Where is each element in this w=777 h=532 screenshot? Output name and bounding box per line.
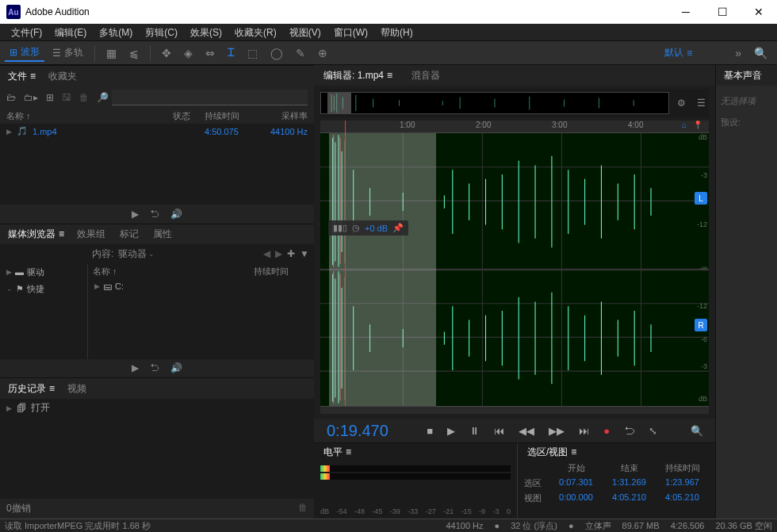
hud-pin-icon[interactable]: 📌 <box>392 223 404 233</box>
zoom-tool-icon[interactable]: 🔍 <box>685 425 709 437</box>
lasso-tool-icon[interactable]: ◯ <box>266 45 288 61</box>
trash-icon[interactable]: 🗑 <box>79 92 89 103</box>
healing-tool-icon[interactable]: ⊕ <box>313 45 332 61</box>
playhead[interactable] <box>345 121 346 414</box>
menu-multitrack[interactable]: 多轨(M) <box>93 24 139 41</box>
overview-selection[interactable] <box>327 93 351 113</box>
loop-icon[interactable]: ⮌ <box>150 209 159 220</box>
zoom-options-icon[interactable]: ⚙ <box>674 98 689 109</box>
forward-button[interactable]: ▶▶ <box>543 425 570 437</box>
waveform-editor[interactable]: 1:00 2:00 3:00 4:00 ⌂ 📍 <box>320 121 709 414</box>
search-icon[interactable]: 🔍 <box>749 45 772 61</box>
history-item[interactable]: ▶🗐打开 <box>0 399 314 417</box>
marquee-tool-icon[interactable]: ⬚ <box>243 45 262 61</box>
nav-fwd-icon[interactable]: ▶ <box>275 248 282 259</box>
tree-drives[interactable]: ▶ ▬ 驱动 <box>0 264 87 281</box>
volume-hud[interactable]: ▮▮▯ ◷ +0 dB 📌 <box>328 220 408 235</box>
play-button[interactable]: ▶ <box>442 425 461 437</box>
spectral-pitch-icon[interactable]: ⫹ <box>124 45 144 61</box>
loop-icon[interactable]: ⮌ <box>150 362 159 373</box>
time-select-tool-icon[interactable]: Ꮖ <box>223 44 239 61</box>
minimize-button[interactable]: ─ <box>668 0 704 24</box>
spectral-freq-icon[interactable]: ▦ <box>101 45 121 61</box>
sel-duration[interactable]: 1:23.967 <box>656 477 709 489</box>
waveform-view-button[interactable]: ⊞波形 <box>5 44 44 62</box>
autoplay-icon[interactable]: 🔊 <box>170 209 182 220</box>
time-ruler[interactable]: 1:00 2:00 3:00 4:00 ⌂ 📍 <box>320 121 709 133</box>
slip-tool-icon[interactable]: ⇔ <box>201 45 220 61</box>
new-shortcut-icon[interactable]: ✚ <box>287 248 295 259</box>
channel-right-badge[interactable]: R <box>695 319 707 331</box>
view-start[interactable]: 0:00.000 <box>549 492 603 504</box>
menu-edit[interactable]: 编辑(E) <box>48 24 93 41</box>
view-duration[interactable]: 4:05.210 <box>656 492 709 504</box>
expand-icon[interactable]: ▶ <box>6 128 12 136</box>
move-tool-icon[interactable]: ✥ <box>157 45 176 61</box>
razor-tool-icon[interactable]: ◈ <box>179 45 197 61</box>
autoplay-icon[interactable]: 🔊 <box>170 362 182 373</box>
search-files-input[interactable] <box>112 90 308 105</box>
skip-selection-button[interactable]: ⤡ <box>643 425 663 437</box>
close-file-icon[interactable]: 🖫 <box>62 92 71 103</box>
sel-start[interactable]: 0:07.301 <box>549 477 603 489</box>
channel-left-badge[interactable]: L <box>695 192 707 205</box>
pin-icon[interactable]: ⌂ <box>682 121 687 129</box>
trash-history-icon[interactable]: 🗑 <box>298 502 308 515</box>
overview-waveform[interactable] <box>320 92 669 114</box>
tab-favorites[interactable]: 收藏夹 <box>45 70 80 83</box>
play-icon[interactable]: ▶ <box>132 362 139 373</box>
nav-back-icon[interactable]: ◀ <box>263 248 270 259</box>
tab-history[interactable]: 历史记录 ≡ <box>5 382 56 396</box>
content-select[interactable]: 驱动器 ⌄ <box>118 247 155 261</box>
menu-window[interactable]: 窗口(W) <box>327 24 374 41</box>
brush-tool-icon[interactable]: ✎ <box>291 45 310 61</box>
tab-levels[interactable]: 电平 ≡ <box>320 446 353 459</box>
overview-menu-icon[interactable]: ☰ <box>694 98 709 109</box>
menu-help[interactable]: 帮助(H) <box>374 24 419 41</box>
tab-files[interactable]: 文件 ≡ <box>5 70 37 83</box>
rewind-button[interactable]: ◀◀ <box>513 425 540 437</box>
new-file-icon[interactable]: ⊞ <box>46 92 54 103</box>
view-end[interactable]: 4:05.210 <box>603 492 656 504</box>
record-button[interactable]: ● <box>598 425 615 437</box>
close-button[interactable]: ✕ <box>741 0 777 24</box>
col-duration[interactable]: 持续时间 <box>205 110 260 122</box>
menu-favorites[interactable]: 收藏夹(R) <box>228 24 283 41</box>
tab-effects-rack[interactable]: 效果组 <box>74 228 109 241</box>
tab-video[interactable]: 视频 <box>64 382 90 396</box>
menu-view[interactable]: 视图(V) <box>283 24 327 41</box>
sel-end[interactable]: 1:31.269 <box>603 477 656 489</box>
pause-button[interactable]: ⏸ <box>464 425 485 437</box>
menu-file[interactable]: 文件(F) <box>5 24 48 41</box>
tab-properties[interactable]: 属性 <box>150 228 175 241</box>
tab-markers[interactable]: 标记 <box>117 228 142 241</box>
go-start-button[interactable]: ⏮ <box>488 425 510 437</box>
menu-clip[interactable]: 剪辑(C) <box>139 24 184 41</box>
menu-effects[interactable]: 效果(S) <box>184 24 228 41</box>
filter-icon[interactable]: ▼ <box>300 248 309 259</box>
col-name[interactable]: 名称 ↑ <box>6 110 173 122</box>
workspace-selector[interactable]: 默认 ≡ <box>660 44 695 61</box>
open-file-icon[interactable]: 🗁 <box>6 92 16 103</box>
loop-playback-button[interactable]: ⮌ <box>618 425 640 437</box>
tab-media-browser[interactable]: 媒体浏览器 ≡ <box>5 228 66 241</box>
tree-shortcuts[interactable]: ⌄ ⚑ 快捷 <box>0 281 87 297</box>
maximize-button[interactable]: ☐ <box>704 0 741 24</box>
col-samplerate[interactable]: 采样率 <box>260 110 308 122</box>
multitrack-view-button[interactable]: ☰多轨 <box>48 44 88 61</box>
import-icon[interactable]: 🗀▸ <box>24 92 38 103</box>
go-end-button[interactable]: ⏭ <box>573 425 595 437</box>
play-icon[interactable]: ▶ <box>132 209 139 220</box>
stop-button[interactable]: ■ <box>421 425 438 437</box>
tab-selection-view[interactable]: 选区/视图 ≡ <box>524 446 578 459</box>
workspace-more-icon[interactable]: » <box>730 45 746 61</box>
col-state[interactable]: 状态 <box>173 110 205 122</box>
mb-col-name[interactable]: 名称 ↑ <box>93 266 254 277</box>
marker-icon[interactable]: 📍 <box>693 121 702 129</box>
mb-col-duration[interactable]: 持续时间 <box>254 266 309 277</box>
tab-mixer[interactable]: 混音器 <box>408 69 443 82</box>
tab-essential-sound[interactable]: 基本声音 <box>721 69 765 82</box>
file-row[interactable]: ▶🎵1.mp4 4:50.075 44100 Hz <box>0 124 314 139</box>
tab-editor[interactable]: 编辑器: 1.mp4 ≡ <box>320 69 394 82</box>
timecode[interactable]: 0:19.470 <box>320 422 395 440</box>
